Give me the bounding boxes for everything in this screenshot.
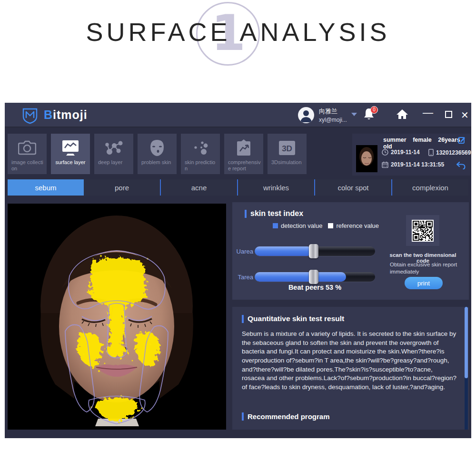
brand-name: Bitmoji	[44, 108, 88, 122]
chevron-down-icon[interactable]	[351, 113, 357, 116]
patient-photo[interactable]	[356, 145, 377, 172]
tarea-detection-fill	[255, 272, 346, 282]
home-button[interactable]	[396, 108, 408, 122]
uarea-detection-fill	[255, 246, 312, 256]
tarea-reference-thumb[interactable]	[309, 270, 318, 284]
home-icon	[396, 108, 408, 120]
detection-swatch	[273, 223, 278, 228]
obtain-instruction: Obtain exclusive skin report immediately	[390, 261, 461, 275]
tarea-track[interactable]	[255, 272, 375, 282]
tab-wrinkles[interactable]: wrinkles	[237, 179, 314, 196]
patient-datetime-row: 2019-11-14 13:31:55	[382, 161, 444, 168]
toolbar-comprehensive-report[interactable]: comprehensive report	[224, 134, 263, 174]
skin-test-index-panel: skin test index detection value referenc…	[232, 202, 469, 300]
heading-accent-bar	[245, 210, 247, 218]
qr-code	[412, 220, 434, 242]
user-name: 向雅兰	[319, 107, 337, 116]
dots-cluster-icon	[192, 138, 209, 157]
skin-test-heading: skin test index	[245, 209, 303, 218]
avatar[interactable]	[298, 107, 314, 123]
scrollbar[interactable]	[465, 307, 468, 430]
heading-accent-bar	[242, 315, 244, 323]
user-email: xyl@moji...	[319, 117, 347, 123]
3d-box-icon: 3D	[278, 138, 297, 157]
page-title: SURFACE ANALYSIS	[0, 17, 476, 47]
clipboard-chart-icon	[236, 138, 252, 157]
close-button[interactable]: ✕	[461, 109, 469, 121]
toolbar-deep-layer[interactable]: deep layer	[94, 134, 133, 174]
calendar-icon	[382, 161, 388, 168]
result-body-text: Sebum is a mixture of a variety of lipid…	[242, 330, 457, 392]
maximize-button[interactable]	[445, 111, 452, 118]
patient-season: summer	[383, 137, 407, 143]
patient-date-row: 2019-11-14	[382, 149, 420, 156]
patient-gender: female	[413, 137, 432, 143]
legend-reference: reference value	[328, 222, 379, 229]
page-header: 1 SURFACE ANALYSIS	[0, 0, 476, 102]
toolbar-problem-skin[interactable]: problem skin	[138, 134, 177, 174]
face-mask-icon	[149, 138, 166, 157]
tab-acne[interactable]: acne	[160, 179, 237, 196]
recommended-heading: Recommended program	[242, 412, 330, 421]
return-icon[interactable]	[456, 161, 466, 171]
phone-icon	[428, 149, 434, 156]
tab-complexion[interactable]: complexion	[391, 179, 468, 196]
heading-accent-bar	[242, 412, 244, 421]
toolbar-image-collection[interactable]: image collection	[8, 134, 47, 174]
face-analysis-image	[8, 204, 226, 430]
brand-shield-icon	[22, 107, 38, 124]
uarea-track[interactable]	[255, 246, 375, 256]
patient-info-panel: summer female 26years old 2019-11-14 132…	[352, 134, 470, 176]
camera-icon	[18, 138, 36, 157]
svg-text:3D: 3D	[282, 144, 292, 153]
uarea-reference-thumb[interactable]	[309, 244, 318, 258]
quantitative-result-panel: Quantitative skin test result Sebum is a…	[232, 307, 469, 430]
tab-color-spot[interactable]: color spot	[314, 179, 391, 196]
beat-peers-text: Beat peers 53 %	[255, 284, 375, 291]
quant-heading: Quantitative skin test result	[242, 314, 344, 323]
legend-detection: detection value	[273, 222, 322, 229]
analysis-tabbar: sebum pore acne wrinkles color spot comp…	[8, 179, 468, 196]
chart-legend: detection value reference value	[273, 222, 379, 229]
tab-sebum[interactable]: sebum	[8, 179, 84, 196]
toolbar-surface-layer[interactable]: surface layer	[51, 134, 90, 174]
app-window: Bitmoji 向雅兰 xyl@moji... 0 — ✕	[5, 103, 471, 438]
toolbar-3d-simulation[interactable]: 3D 3Dsimulation	[268, 134, 307, 174]
qr-panel	[406, 215, 439, 246]
patient-summary: summer female 26years old	[383, 137, 470, 150]
molecule-icon	[105, 138, 123, 157]
reference-swatch	[328, 223, 333, 228]
notification-badge: 0	[370, 106, 378, 114]
scrollbar-thumb[interactable]	[465, 307, 468, 378]
minimize-button[interactable]: —	[423, 107, 433, 119]
clock-icon	[382, 149, 388, 156]
patient-phone-row: 13201236569	[428, 149, 471, 156]
tab-pore[interactable]: pore	[84, 179, 160, 196]
toolbar-skin-prediction[interactable]: skin prediction	[181, 134, 220, 174]
person-icon	[298, 107, 314, 123]
edit-icon[interactable]	[458, 136, 466, 146]
notifications-button[interactable]: 0	[363, 108, 377, 123]
surface-monitor-icon	[61, 138, 80, 157]
print-button[interactable]: print	[405, 277, 443, 289]
title-bar: Bitmoji 向雅兰 xyl@moji... 0 — ✕	[5, 103, 471, 127]
